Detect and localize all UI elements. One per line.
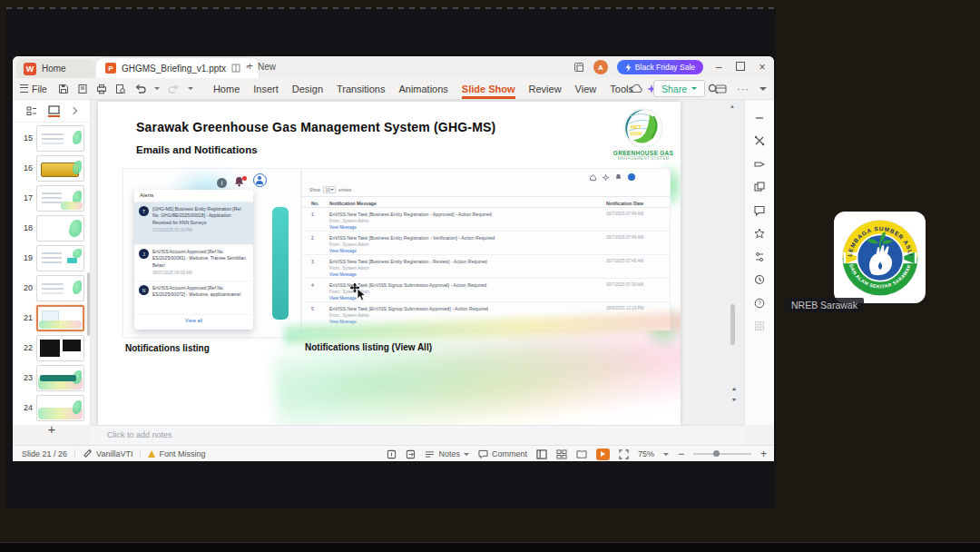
- file-menu[interactable]: File: [20, 84, 47, 94]
- collapse-ribbon-icon[interactable]: [760, 87, 767, 91]
- alert-item[interactable]: T [GHG-MS] Business Entity Registration …: [134, 202, 253, 245]
- info-icon: i: [217, 178, 227, 188]
- menu-design[interactable]: Design: [292, 80, 323, 98]
- black-friday-sale-button[interactable]: Black Friday Sale: [617, 60, 703, 74]
- history-icon[interactable]: [745, 274, 774, 285]
- zoom-caret-icon[interactable]: [663, 453, 669, 456]
- normal-view-icon[interactable]: [536, 449, 547, 459]
- printer-icon[interactable]: [96, 84, 107, 94]
- tab-home[interactable]: W Home: [16, 59, 94, 78]
- undo-icon[interactable]: [134, 84, 146, 94]
- alert-item[interactable]: J EnVISS Account Approved [Ref No. ES/20…: [134, 245, 253, 281]
- animation-pane-icon[interactable]: [745, 159, 774, 170]
- find-replace-icon[interactable]: [115, 84, 126, 94]
- slideshow-play-button[interactable]: [596, 448, 610, 460]
- outline-view-icon[interactable]: [26, 106, 37, 116]
- zoom-level[interactable]: 75%: [638, 449, 654, 458]
- menu-view[interactable]: View: [575, 80, 597, 98]
- slide-thumbnail-16[interactable]: 16: [13, 153, 90, 182]
- collapse-panel-icon[interactable]: [70, 107, 77, 114]
- tab-document[interactable]: P GHGMS_Briefing_v1.pptx *: [96, 58, 259, 78]
- view-all-link[interactable]: View all: [134, 315, 253, 323]
- alert-item[interactable]: N EnVISS Account Approved [Ref No. ES/20…: [134, 281, 253, 315]
- undo-dropdown-caret[interactable]: [154, 87, 160, 90]
- tab-list-icon[interactable]: [573, 62, 584, 73]
- share-button[interactable]: Share: [653, 80, 705, 97]
- menu-animations[interactable]: Animations: [398, 80, 447, 98]
- view-message-link[interactable]: View Message: [329, 296, 593, 301]
- show-entries-control: Show 10 entries: [309, 186, 351, 193]
- menu-home[interactable]: Home: [213, 80, 240, 98]
- shapes-icon[interactable]: [745, 182, 774, 192]
- notes-area[interactable]: Click to add notes: [91, 425, 744, 445]
- zoom-slider-knob[interactable]: [713, 450, 720, 457]
- zoom-out-button[interactable]: −: [678, 448, 684, 460]
- menu-review[interactable]: Review: [529, 80, 562, 98]
- cloud-sync-icon[interactable]: [630, 84, 643, 94]
- slide-thumbnail-17[interactable]: 17: [13, 183, 90, 212]
- reading-view-icon[interactable]: [576, 449, 587, 459]
- slide-thumbnail-18[interactable]: 18: [13, 213, 90, 242]
- help-icon[interactable]: ?: [745, 298, 774, 309]
- view-message-link[interactable]: View Message: [329, 272, 593, 277]
- slide-thumbnail-19[interactable]: 19: [13, 243, 90, 272]
- view-message-link[interactable]: View Message: [329, 249, 593, 253]
- ribbon-layout-icon[interactable]: [715, 84, 727, 94]
- slide-thumbnail-23[interactable]: 23: [13, 363, 90, 392]
- apps-grid-icon[interactable]: [745, 320, 774, 331]
- menu-insert[interactable]: Insert: [253, 80, 279, 98]
- more-options-button[interactable]: ···: [737, 84, 750, 94]
- ghg-ms-logo[interactable]: NET 2050 GREENHOUSE GAS MANAGEMENT SYSTE…: [610, 107, 677, 161]
- new-tab-button[interactable]: + New: [247, 60, 276, 73]
- wps-logo-icon: W: [24, 63, 36, 75]
- notes-toggle[interactable]: Notes: [425, 449, 469, 458]
- export-icon[interactable]: [406, 449, 416, 459]
- task-window-icon[interactable]: [387, 449, 397, 459]
- theme-name[interactable]: VanillaVTI: [96, 449, 132, 458]
- settings-sliders-icon[interactable]: [745, 251, 774, 262]
- font-missing-warning[interactable]: Font Missing: [159, 449, 205, 458]
- slide-thumbnail-22[interactable]: 22: [13, 333, 90, 362]
- slide-subtitle[interactable]: Emails and Notifications: [136, 144, 258, 155]
- redo-icon[interactable]: [168, 84, 180, 94]
- scroll-up-arrow[interactable]: ▲: [730, 104, 735, 109]
- slide-sorter-icon[interactable]: [556, 449, 567, 459]
- user-avatar[interactable]: A: [593, 60, 608, 74]
- slide-thumbnail-20[interactable]: 20: [13, 273, 90, 302]
- comment-pane-icon[interactable]: [745, 205, 774, 216]
- menu-slide-show[interactable]: Slide Show: [462, 80, 515, 98]
- previous-slide-button[interactable]: ▴▴: [729, 383, 738, 394]
- slide-thumbnail-24[interactable]: 24: [13, 393, 90, 422]
- close-button[interactable]: ×: [756, 61, 769, 74]
- canvas-scrollbar[interactable]: [730, 304, 735, 345]
- theme-icon: [83, 448, 93, 458]
- effects-icon[interactable]: [745, 228, 774, 239]
- slide-canvas[interactable]: Sarawak Greenhouse Gas Management System…: [98, 102, 681, 425]
- collapse-rail-icon[interactable]: [745, 113, 774, 123]
- split-window-icon[interactable]: [231, 64, 240, 73]
- caption-left[interactable]: Notifications listing: [125, 343, 210, 353]
- menu-transitions[interactable]: Transitions: [337, 80, 385, 98]
- slide-view-icon[interactable]: [48, 105, 60, 117]
- thumbnail-scrollbar[interactable]: [87, 272, 90, 336]
- fit-screen-icon[interactable]: [619, 449, 629, 459]
- minimize-button[interactable]: –: [712, 61, 725, 74]
- zoom-in-button[interactable]: +: [760, 448, 767, 460]
- slide-title[interactable]: Sarawak Greenhouse Gas Management System…: [136, 120, 495, 134]
- slide-nav-buttons[interactable]: ▴▴ ▾▾: [729, 383, 738, 405]
- entries-select[interactable]: 10: [323, 186, 336, 193]
- save-icon[interactable]: [58, 84, 69, 94]
- caption-right[interactable]: Notifications listing (View All): [305, 342, 432, 352]
- next-slide-button[interactable]: ▾▾: [729, 394, 738, 405]
- add-slide-button[interactable]: +: [38, 421, 65, 437]
- comment-button[interactable]: Comment: [478, 449, 527, 458]
- redo-dropdown-caret[interactable]: [188, 87, 193, 90]
- slide-thumbnail-15[interactable]: 15: [13, 123, 90, 153]
- quick-tools-icon[interactable]: [745, 135, 774, 146]
- maximize-button[interactable]: [734, 61, 747, 74]
- view-message-link[interactable]: View Message: [329, 225, 593, 230]
- screenshot-notifications-table[interactable]: Show 10 entries No. Notification Message…: [301, 168, 671, 330]
- slide-thumbnail-21[interactable]: 21: [13, 303, 90, 332]
- print-preview-icon[interactable]: [77, 84, 88, 94]
- zoom-slider[interactable]: [693, 453, 751, 455]
